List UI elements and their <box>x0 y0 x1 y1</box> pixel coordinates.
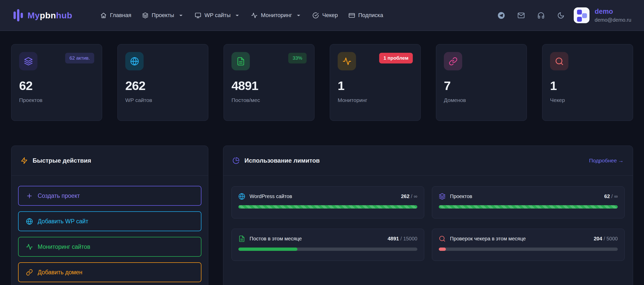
user-menu[interactable]: demo demo@demo.ru <box>574 7 631 23</box>
stat-value: 1 <box>550 79 625 93</box>
check-circle-icon <box>312 12 319 19</box>
stat-tile <box>550 52 568 70</box>
monitor-icon <box>195 12 201 19</box>
limit-label: Проверок чекера в этом месяце <box>450 236 526 242</box>
pie-chart-icon <box>232 157 240 164</box>
create-project-button[interactable]: Создать проект <box>18 186 201 206</box>
quick-actions-panel: Быстрые действия Создать проект Добавить… <box>11 146 208 285</box>
layers-icon <box>439 193 446 200</box>
stat-tile <box>444 52 462 70</box>
progress-fill <box>238 248 297 251</box>
limits-panel: Использование лимитов Подробнее → WordPr… <box>223 146 633 285</box>
stat-card-wp-sites: 262 WP сайтов <box>117 44 208 121</box>
limits-more-link[interactable]: Подробнее → <box>589 158 624 164</box>
moon-icon <box>557 12 565 19</box>
nav-item-label: Подписка <box>358 12 383 19</box>
button-label: Добавить WP сайт <box>38 218 88 225</box>
panel-title: Быстрые действия <box>33 157 91 164</box>
nav-item-home[interactable]: Главная <box>100 12 131 19</box>
nav-item-projects[interactable]: Проекты <box>142 12 184 19</box>
stat-card-checker: 1 Чекер <box>542 44 633 121</box>
nav-item-label: Мониторинг <box>261 12 292 19</box>
chevron-down-icon <box>295 12 302 19</box>
stat-label: Проектов <box>19 97 94 103</box>
stat-value: 62 <box>19 79 94 93</box>
telegram-icon <box>498 12 505 19</box>
progress-track <box>439 205 618 209</box>
theme-toggle-button[interactable] <box>557 12 565 19</box>
nav-item-label: Чекер <box>322 12 338 19</box>
stat-value: 7 <box>444 79 519 93</box>
search-icon <box>555 57 564 66</box>
limit-label: Проектов <box>450 193 472 199</box>
monitoring-sites-button[interactable]: Мониторинг сайтов <box>18 237 201 257</box>
stat-tile <box>19 52 37 70</box>
link-icon <box>26 269 33 276</box>
file-text-icon <box>238 235 245 242</box>
stat-card-posts: 33% 4891 Постов/мес <box>224 44 314 121</box>
stat-label: Постов/мес <box>231 97 307 103</box>
status-badge: 33% <box>288 53 307 63</box>
status-badge: 1 проблем <box>379 53 413 63</box>
brand-bars-icon <box>13 9 23 21</box>
mail-icon <box>517 12 525 19</box>
limit-value: 204 / 5000 <box>594 236 618 242</box>
nav-item-subscription[interactable]: Подписка <box>349 12 383 19</box>
stat-value: 4891 <box>231 79 307 93</box>
progress-track <box>439 248 618 251</box>
user-email: demo@demo.ru <box>595 17 631 23</box>
limit-label: WordPress сайтов <box>250 193 292 199</box>
quick-actions-header: Быстрые действия <box>11 146 208 176</box>
limit-card-projects: Проектов 62 / ∞ <box>432 186 625 218</box>
add-wp-site-button[interactable]: Добавить WP сайт <box>18 211 201 231</box>
support-button[interactable] <box>537 12 545 19</box>
nav-item-monitoring[interactable]: Мониторинг <box>251 12 302 19</box>
user-name: demo <box>595 8 631 16</box>
chevron-down-icon <box>234 12 240 19</box>
avatar <box>574 7 590 23</box>
file-text-icon <box>236 57 245 66</box>
activity-icon <box>342 57 351 66</box>
stat-tile <box>231 52 250 70</box>
credit-card-icon <box>349 12 355 19</box>
brand-text: Mypbnhub <box>28 10 72 20</box>
globe-icon <box>26 218 33 225</box>
nav-item-label: WP сайты <box>204 12 231 19</box>
limit-card-posts: Постов в этом месяце 4891 / 15000 <box>231 229 424 261</box>
stat-card-monitoring: 1 проблем 1 Мониторинг <box>330 44 421 121</box>
plus-icon <box>26 192 33 199</box>
headphones-icon <box>537 12 545 19</box>
limit-value: 62 / ∞ <box>604 193 618 199</box>
limit-value: 262 / ∞ <box>401 193 417 199</box>
stat-card-projects: 62 актив. 62 Проектов <box>11 44 102 121</box>
add-domain-button[interactable]: Добавить домен <box>18 262 201 282</box>
globe-icon <box>238 193 245 200</box>
activity-icon <box>251 12 257 19</box>
stat-value: 1 <box>338 79 413 93</box>
zap-icon <box>21 157 28 164</box>
nav-item-wp-sites[interactable]: WP сайты <box>195 12 241 19</box>
progress-fill <box>439 248 446 251</box>
nav-menu: Главная Проекты WP сайты Мониторинг Чеке… <box>100 12 383 19</box>
button-label: Создать проект <box>38 192 80 199</box>
chevron-down-icon <box>178 12 184 19</box>
mail-button[interactable] <box>517 12 525 19</box>
brand-logo[interactable]: Mypbnhub <box>13 9 72 21</box>
nav-item-checker[interactable]: Чекер <box>312 12 338 19</box>
stat-label: Мониторинг <box>338 97 413 103</box>
progress-fill <box>238 205 417 209</box>
panel-title: Использование лимитов <box>244 157 320 164</box>
stat-label: WP сайтов <box>125 97 200 103</box>
bottom-section: Быстрые действия Создать проект Добавить… <box>11 146 633 285</box>
nav-item-label: Главная <box>110 12 131 19</box>
limit-card-wp-sites: WordPress сайтов 262 / ∞ <box>231 186 424 218</box>
link-icon <box>449 57 458 66</box>
stat-tile <box>125 52 144 70</box>
status-badge: 62 актив. <box>65 53 94 63</box>
progress-fill <box>439 205 618 209</box>
quick-actions-body: Создать проект Добавить WP сайт Монитори… <box>11 176 208 285</box>
limits-header: Использование лимитов Подробнее → <box>223 146 633 176</box>
stat-card-domains: 7 Доменов <box>436 44 527 121</box>
button-label: Добавить домен <box>38 269 83 276</box>
telegram-button[interactable] <box>498 12 505 19</box>
